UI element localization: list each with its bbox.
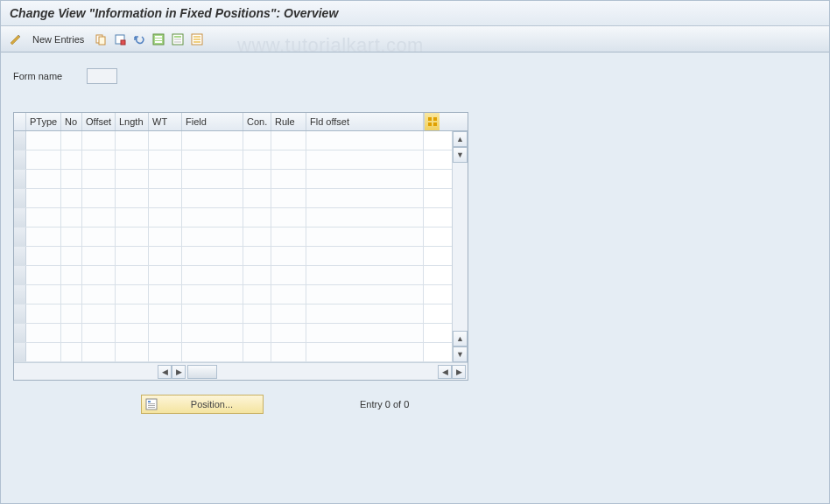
grid-cell[interactable] xyxy=(26,228,61,246)
grid-cell[interactable] xyxy=(306,285,424,304)
grid-col-wt[interactable]: WT xyxy=(149,113,182,130)
grid-cell[interactable] xyxy=(82,343,116,361)
grid-cell[interactable] xyxy=(61,324,82,342)
grid-cell[interactable] xyxy=(116,285,149,304)
grid-col-ptype[interactable]: PType xyxy=(26,113,61,130)
grid-cell[interactable] xyxy=(82,150,116,169)
grid-cell[interactable] xyxy=(306,304,424,323)
grid-cell[interactable] xyxy=(26,343,61,361)
grid-cell[interactable] xyxy=(243,131,271,150)
grid-cell[interactable] xyxy=(243,304,271,323)
grid-cell[interactable] xyxy=(243,247,271,265)
grid-cell[interactable] xyxy=(82,304,116,323)
grid-cell[interactable] xyxy=(26,208,61,227)
grid-cell[interactable] xyxy=(243,150,271,169)
scroll-step-down-icon[interactable]: ▼ xyxy=(453,147,468,163)
grid-cell[interactable] xyxy=(271,228,306,246)
row-selector[interactable] xyxy=(14,170,26,188)
grid-cell[interactable] xyxy=(82,131,116,150)
grid-cell[interactable] xyxy=(82,170,116,188)
undo-icon[interactable] xyxy=(131,32,147,47)
copy-icon[interactable] xyxy=(93,32,109,47)
grid-cell[interactable] xyxy=(61,266,82,284)
grid-cell[interactable] xyxy=(116,228,149,246)
grid-cell[interactable] xyxy=(82,285,116,304)
grid-cell[interactable] xyxy=(149,285,182,304)
grid-cell[interactable] xyxy=(116,150,149,169)
grid-cell[interactable] xyxy=(182,266,243,284)
grid-cell[interactable] xyxy=(116,247,149,265)
select-all-icon[interactable] xyxy=(151,32,166,47)
grid-col-rule[interactable]: Rule xyxy=(271,113,306,130)
row-selector[interactable] xyxy=(14,228,26,246)
grid-cell[interactable] xyxy=(149,131,182,150)
grid-cell[interactable] xyxy=(306,208,424,227)
grid-cell[interactable] xyxy=(26,150,61,169)
grid-cell[interactable] xyxy=(149,150,182,169)
grid-cell[interactable] xyxy=(61,343,82,361)
grid-cell[interactable] xyxy=(306,150,424,169)
grid-cell[interactable] xyxy=(82,247,116,265)
grid-cell[interactable] xyxy=(116,324,149,342)
grid-cell[interactable] xyxy=(306,266,424,284)
row-selector[interactable] xyxy=(14,150,26,169)
grid-cell[interactable] xyxy=(271,189,306,207)
grid-cell[interactable] xyxy=(243,324,271,342)
grid-cell[interactable] xyxy=(61,189,82,207)
scroll-down-icon[interactable]: ▼ xyxy=(453,346,468,362)
grid-cell[interactable] xyxy=(182,304,243,323)
grid-cell[interactable] xyxy=(149,266,182,284)
grid-cell[interactable] xyxy=(116,266,149,284)
grid-cell[interactable] xyxy=(82,208,116,227)
grid-cell[interactable] xyxy=(243,189,271,207)
scroll-step-up-icon[interactable]: ▲ xyxy=(453,331,468,346)
row-selector[interactable] xyxy=(14,343,26,361)
grid-col-fldoffset[interactable]: Fld offset xyxy=(306,113,424,130)
grid-cell[interactable] xyxy=(149,170,182,188)
scroll-left-icon[interactable]: ◀ xyxy=(158,365,172,379)
grid-cell[interactable] xyxy=(26,247,61,265)
grid-cell[interactable] xyxy=(149,189,182,207)
grid-cell[interactable] xyxy=(306,189,424,207)
grid-cell[interactable] xyxy=(116,170,149,188)
grid-cell[interactable] xyxy=(82,324,116,342)
grid-cell[interactable] xyxy=(306,228,424,246)
row-selector[interactable] xyxy=(14,304,26,323)
grid-col-no[interactable]: No xyxy=(61,113,82,130)
row-selector[interactable] xyxy=(14,208,26,227)
grid-cell[interactable] xyxy=(149,247,182,265)
select-block-icon[interactable] xyxy=(170,32,186,47)
grid-cell[interactable] xyxy=(271,266,306,284)
grid-cell[interactable] xyxy=(243,208,271,227)
grid-cell[interactable] xyxy=(61,170,82,188)
grid-cell[interactable] xyxy=(271,208,306,227)
grid-cell[interactable] xyxy=(149,208,182,227)
grid-cell[interactable] xyxy=(271,131,306,150)
grid-cell[interactable] xyxy=(306,247,424,265)
grid-cell[interactable] xyxy=(271,170,306,188)
grid-cell[interactable] xyxy=(82,266,116,284)
grid-cell[interactable] xyxy=(82,228,116,246)
grid-cell[interactable] xyxy=(182,150,243,169)
grid-select-all[interactable] xyxy=(14,113,26,130)
grid-cell[interactable] xyxy=(61,247,82,265)
grid-cell[interactable] xyxy=(271,324,306,342)
grid-cell[interactable] xyxy=(271,247,306,265)
row-selector[interactable] xyxy=(14,285,26,304)
grid-cell[interactable] xyxy=(243,266,271,284)
grid-cell[interactable] xyxy=(243,343,271,361)
row-selector[interactable] xyxy=(14,247,26,265)
grid-cell[interactable] xyxy=(243,285,271,304)
grid-cell[interactable] xyxy=(26,266,61,284)
scroll-right-icon[interactable]: ▶ xyxy=(172,365,186,379)
grid-cell[interactable] xyxy=(182,285,243,304)
grid-cell[interactable] xyxy=(271,343,306,361)
grid-cell[interactable] xyxy=(116,131,149,150)
form-name-input[interactable] xyxy=(87,68,117,84)
scroll-up-icon[interactable]: ▲ xyxy=(453,131,468,147)
grid-cell[interactable] xyxy=(149,304,182,323)
grid-cell[interactable] xyxy=(243,228,271,246)
row-selector[interactable] xyxy=(14,189,26,207)
grid-cell[interactable] xyxy=(182,189,243,207)
grid-cell[interactable] xyxy=(182,247,243,265)
